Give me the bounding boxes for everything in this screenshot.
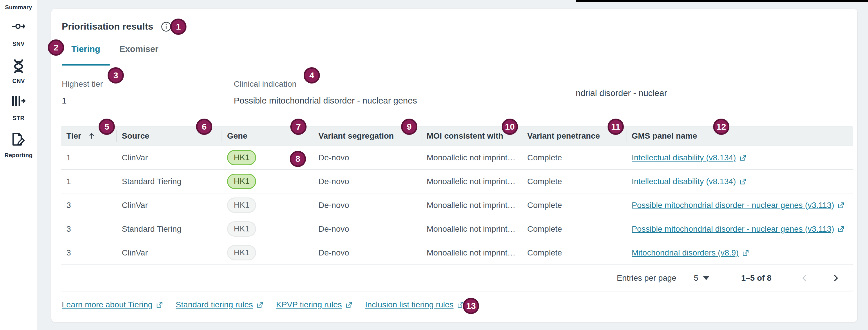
cell-tier: 1 xyxy=(61,153,117,162)
callout-badge-6: 6 xyxy=(196,119,212,135)
callout-badge-1: 1 xyxy=(170,19,186,35)
cell-segregation: De-novo xyxy=(313,177,422,186)
reporting-icon[interactable] xyxy=(0,132,37,146)
callout-badge-5: 5 xyxy=(99,119,115,135)
cell-gene: HK1 xyxy=(222,174,313,189)
callout-badge-2: 2 xyxy=(48,39,64,56)
table-pagination: Entries per page 5 1–5 of 8 xyxy=(61,265,852,291)
top-black-bar xyxy=(576,0,868,2)
tiering-table: Tier Source Gene Variant segregation MOI… xyxy=(61,126,853,292)
callout-badge-4: 4 xyxy=(304,67,320,84)
highest-tier-label: Highest tier xyxy=(62,80,213,89)
cell-penetrance: Complete xyxy=(522,201,626,210)
cell-moi: Monoallelic not imprint… xyxy=(422,248,522,258)
cell-source: Standard Tiering xyxy=(117,177,222,186)
cell-segregation: De-novo xyxy=(313,248,422,258)
cell-panel: Mitochondrial disorders (v8.9) xyxy=(626,248,852,258)
clinical-indication-value: Possible mitochondrial disorder - nuclea… xyxy=(234,93,420,108)
snv-icon[interactable] xyxy=(0,22,37,31)
gms-panel-link[interactable]: Possible mitochondrial disorder - nuclea… xyxy=(632,224,844,234)
cell-penetrance: Complete xyxy=(522,153,626,162)
cell-penetrance: Complete xyxy=(522,224,626,234)
info-icon[interactable] xyxy=(161,22,172,32)
gms-panel-link[interactable]: Intellectual disability (v8.134) xyxy=(632,153,746,162)
gene-chip: HK1 xyxy=(227,150,256,165)
callout-badge-11: 11 xyxy=(608,119,624,135)
gene-chip: HK1 xyxy=(227,198,256,213)
next-page-button[interactable] xyxy=(831,274,840,282)
cell-moi: Monoallelic not imprint… xyxy=(422,177,522,186)
callout-badge-3: 3 xyxy=(107,67,124,84)
cell-tier: 1 xyxy=(61,177,117,186)
cell-source: ClinVar xyxy=(117,153,222,162)
gms-panel-link[interactable]: Mitochondrial disorders (v8.9) xyxy=(632,248,749,258)
cell-segregation: De-novo xyxy=(313,224,422,234)
cell-gene: HK1 xyxy=(222,221,313,237)
highest-tier-block: Highest tier 1 xyxy=(62,80,213,108)
str-icon[interactable] xyxy=(0,95,37,107)
sort-ascending-icon[interactable] xyxy=(88,132,96,140)
table-row: 1 Standard Tiering HK1 De-novo Monoallel… xyxy=(61,169,852,193)
gms-panel-link[interactable]: Intellectual disability (v8.134) xyxy=(632,177,746,186)
external-link-icon xyxy=(742,249,749,257)
sidebar-item-summary[interactable]: Summary xyxy=(0,4,37,11)
callout-badge-10: 10 xyxy=(502,119,518,135)
cell-source: ClinVar xyxy=(117,201,222,210)
cell-segregation: De-novo xyxy=(313,201,422,210)
cell-penetrance: Complete xyxy=(522,248,626,258)
pagination-range: 1–5 of 8 xyxy=(741,273,771,283)
cell-panel: Intellectual disability (v8.134) xyxy=(626,153,852,162)
sidebar-item-str[interactable]: STR xyxy=(0,115,37,121)
callout-badge-8: 8 xyxy=(290,151,306,167)
table-header-row: Tier Source Gene Variant segregation MOI… xyxy=(61,126,852,146)
cell-source: ClinVar xyxy=(117,248,222,258)
clinical-indication-label: Clinical indication xyxy=(234,80,420,89)
sidebar-item-snv[interactable]: SNV xyxy=(0,40,37,47)
gms-panel-link[interactable]: Possible mitochondrial disorder - nuclea… xyxy=(632,201,844,210)
cell-moi: Monoallelic not imprint… xyxy=(422,201,522,210)
prioritisation-results-card: Prioritisation results Tiering Exomiser … xyxy=(51,9,857,322)
external-link-icon xyxy=(739,154,746,161)
chevron-down-icon xyxy=(703,276,709,280)
clinical-indication-block: Clinical indication Possible mitochondri… xyxy=(234,80,420,108)
highest-tier-value: 1 xyxy=(62,93,213,108)
gene-chip: HK1 xyxy=(227,245,256,261)
kpvp-tiering-rules-link[interactable]: KPVP tiering rules xyxy=(276,300,352,309)
inclusion-list-tiering-rules-link[interactable]: Inclusion list tiering rules xyxy=(365,300,464,309)
standard-tiering-rules-link[interactable]: Standard tiering rules xyxy=(176,300,263,309)
tab-exomiser[interactable]: Exomiser xyxy=(110,44,168,65)
external-link-icon xyxy=(837,202,844,209)
sidebar: Summary SNV CNV STR Reporting xyxy=(0,0,37,330)
external-link-icon xyxy=(256,301,263,308)
cell-panel: Possible mitochondrial disorder - nuclea… xyxy=(626,224,852,234)
external-link-icon xyxy=(155,301,163,308)
column-header-gms-panel-name: GMS panel name xyxy=(626,126,852,146)
sidebar-item-reporting[interactable]: Reporting xyxy=(0,152,37,159)
gene-chip: HK1 xyxy=(227,221,256,237)
external-link-icon xyxy=(345,301,352,308)
external-link-icon xyxy=(837,225,844,233)
table-row: 3 ClinVar HK1 De-novo Monoallelic not im… xyxy=(61,241,852,265)
tiering-help-links: Learn more about Tiering Standard tierin… xyxy=(62,300,464,309)
cell-tier: 3 xyxy=(61,248,117,258)
gene-chip: HK1 xyxy=(227,174,256,189)
external-link-icon xyxy=(739,178,746,185)
cell-source: Standard Tiering xyxy=(117,224,222,234)
sidebar-item-cnv[interactable]: CNV xyxy=(0,78,37,84)
cell-moi: Monoallelic not imprint… xyxy=(422,224,522,234)
table-row: 1 ClinVar HK1 De-novo Monoallelic not im… xyxy=(61,146,852,169)
page-title: Prioritisation results xyxy=(62,21,153,32)
callout-badge-7: 7 xyxy=(290,119,307,135)
entries-per-page-label: Entries per page xyxy=(617,273,676,283)
table-row: 3 ClinVar HK1 De-novo Monoallelic not im… xyxy=(61,193,852,217)
tab-tiering[interactable]: Tiering xyxy=(62,44,110,65)
cell-moi: Monoallelic not imprint… xyxy=(422,153,522,162)
cnv-icon[interactable] xyxy=(0,59,37,74)
previous-page-button[interactable] xyxy=(800,274,809,282)
cell-penetrance: Complete xyxy=(522,177,626,186)
truncated-text-artifact: ndrial disorder - nuclear xyxy=(576,88,667,98)
callout-badge-13: 13 xyxy=(463,298,479,314)
entries-per-page-select[interactable]: 5 xyxy=(694,273,709,283)
cell-tier: 3 xyxy=(61,201,117,210)
learn-more-tiering-link[interactable]: Learn more about Tiering xyxy=(62,300,163,309)
